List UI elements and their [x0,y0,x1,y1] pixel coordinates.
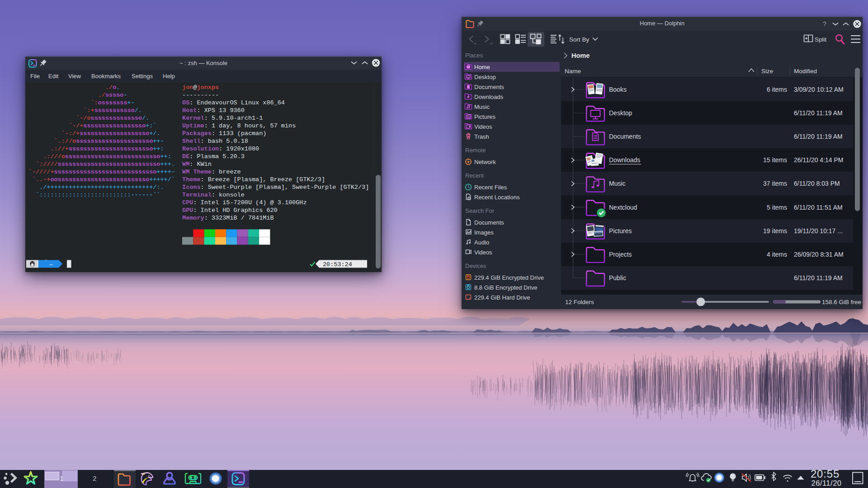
svg-text:Music: Music [474,103,490,110]
svg-text:Documents: Documents [474,84,504,90]
svg-text:2: 2 [93,474,96,482]
svg-text:Nextcloud: Nextcloud [609,204,637,211]
svg-text:Downloads: Downloads [609,156,640,164]
svg-text:~: ~ [49,262,53,268]
svg-text:Desktop: Desktop [474,74,496,80]
svg-text:˜: ˜ [362,258,365,263]
svg-text:229.4 GiB Encrypted Drive: 229.4 GiB Encrypted Drive [474,274,544,281]
svg-text:Devices: Devices [465,263,486,269]
svg-text:Size: Size [761,68,773,75]
svg-text:20:53:24: 20:53:24 [323,261,352,268]
svg-text:6 items: 6 items [767,86,787,93]
svg-text:Modified: Modified [794,68,817,75]
svg-text:Music: Music [609,180,626,187]
svg-text:8.8 GiB Encrypted Drive: 8.8 GiB Encrypted Drive [474,284,537,291]
svg-text:Recent Locations: Recent Locations [474,194,520,201]
svg-text:Places: Places [465,52,483,59]
svg-text:Remote: Remote [465,147,486,154]
svg-text:20:55: 20:55 [811,470,840,480]
svg-text:Documents: Documents [474,219,504,226]
svg-text:4 items: 4 items [767,251,787,258]
svg-text:158.6 GiB free: 158.6 GiB free [822,299,861,305]
svg-text:?: ? [823,20,826,28]
svg-text:6/11/20 11:19 AM: 6/11/20 11:19 AM [794,109,843,117]
svg-text:Name: Name [565,68,581,75]
svg-text:26/11/20: 26/11/20 [811,479,841,487]
svg-text:Pictures: Pictures [609,227,632,235]
svg-text:Search For: Search For [465,207,495,214]
svg-text:6/11/20 8:03 PM: 6/11/20 8:03 PM [794,180,840,187]
svg-text:Home: Home [571,52,590,59]
svg-text:6/11/20 11:19 AM: 6/11/20 11:19 AM [794,133,843,140]
svg-text:Sort By: Sort By [569,36,590,43]
svg-text:26/09/20 8:31 AM: 26/09/20 8:31 AM [794,251,844,258]
svg-text:Projects: Projects [609,251,632,258]
svg-text:26/11/20 4:14 PM: 26/11/20 4:14 PM [794,156,843,164]
svg-text:1: 1 [60,474,63,482]
svg-text:19 items: 19 items [763,227,787,235]
svg-text:6/11/20 11:19 AM: 6/11/20 11:19 AM [794,274,843,282]
svg-text:‾: ‾ [44,260,47,264]
svg-text:Split: Split [815,36,827,43]
svg-text:Books: Books [609,86,627,93]
svg-text:5 items: 5 items [767,204,787,211]
svg-text:Network: Network [474,159,496,165]
svg-text:6/11/20 11:51 AM: 6/11/20 11:51 AM [794,204,843,211]
svg-text:Recent: Recent [465,172,484,179]
svg-text:Audio: Audio [474,239,489,246]
svg-text:3/09/20 10:12 AM: 3/09/20 10:12 AM [794,86,844,93]
svg-text:Images: Images [474,229,494,236]
svg-text:12 Folders: 12 Folders [565,299,594,305]
svg-text:15 items: 15 items [763,156,787,164]
svg-text:Downloads: Downloads [474,94,504,100]
svg-text:19/11/20 10:17 ...: 19/11/20 10:17 ... [794,227,843,235]
svg-text:Home: Home [474,64,490,70]
svg-text:Videos: Videos [474,249,492,256]
svg-text:229.4 GiB Hard Drive: 229.4 GiB Hard Drive [474,294,530,301]
svg-text:Videos: Videos [474,123,492,130]
svg-text:Desktop: Desktop [609,109,632,117]
svg-text:Documents: Documents [609,133,641,140]
svg-text:Recent Files: Recent Files [474,184,507,191]
svg-text:Pictures: Pictures [474,113,495,120]
svg-text:37 items: 37 items [763,180,787,187]
svg-text:Trash: Trash [474,133,489,140]
svg-text:Public: Public [609,274,626,282]
